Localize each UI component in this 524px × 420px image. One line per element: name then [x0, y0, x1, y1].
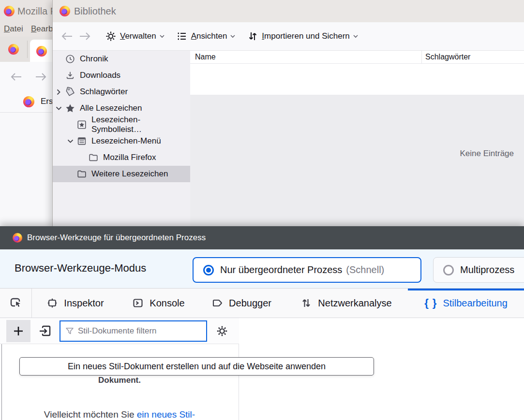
- radio-selected-icon[interactable]: [203, 265, 214, 275]
- forward-icon[interactable]: [35, 71, 47, 83]
- main-menubar: Datei Bearb: [0, 22, 53, 37]
- sidebar-item-label: Schlagwörter: [80, 87, 128, 97]
- column-divider[interactable]: [421, 51, 422, 64]
- tab-separator: [27, 41, 28, 58]
- import-backup-label: Importieren und Sichern: [262, 31, 349, 41]
- menu-list-icon: [76, 135, 88, 147]
- chevron-down-icon[interactable]: [53, 102, 64, 114]
- tab-label: Stilbearbeitung: [443, 298, 507, 309]
- sidebar-item-label: Downloads: [80, 71, 120, 80]
- network-icon: [300, 297, 312, 309]
- style-editor-options-button[interactable]: [212, 321, 232, 341]
- clock-icon: [64, 53, 76, 65]
- sidebar-item-label: Lesezeichen-Symbolleist…: [91, 115, 190, 134]
- pinned-tab-firefox-icon[interactable]: [8, 44, 19, 55]
- library-firefox-icon: [60, 6, 70, 16]
- sidebar-item-mozilla-firefox-folder[interactable]: Mozilla Firefox: [53, 149, 190, 166]
- sidebar-item-alle-lesezeichen[interactable]: Alle Lesezeichen: [53, 100, 190, 116]
- back-icon[interactable]: [10, 71, 22, 83]
- mode-option-parent-process[interactable]: Nur übergeordneter Prozess (Schnell): [193, 257, 421, 283]
- bookmark-list-area: [190, 64, 524, 95]
- firefox-main-window: Mozilla Fi Datei Bearb Erste Sch: [0, 0, 53, 227]
- create-stylesheet-link[interactable]: ein neues Stil-: [137, 409, 195, 420]
- sidebar-item-lesezeichen-menue[interactable]: Lesezeichen-Menü: [53, 133, 190, 149]
- library-body: Chronik Downloads Schlagwörter: [53, 51, 524, 227]
- main-nav-toolbar: [0, 62, 53, 92]
- sidebar-item-weitere-lesezeichen[interactable]: Weitere Lesezeichen: [53, 166, 190, 182]
- toolbox-titlebar[interactable]: Browser-Werkzeuge für übergeordneten Pro…: [0, 226, 524, 249]
- funnel-icon: [65, 327, 74, 335]
- firefox-logo-icon: [4, 6, 15, 16]
- library-sidebar: Chronik Downloads Schlagwörter: [53, 51, 190, 227]
- menu-bearbeiten[interactable]: Bearb: [31, 24, 53, 34]
- tab-netzwerkanalyse[interactable]: Netzwerkanalyse: [284, 289, 408, 318]
- sidebar-item-downloads[interactable]: Downloads: [53, 67, 190, 84]
- new-stylesheet-button[interactable]: [6, 320, 30, 342]
- gear-icon: [216, 325, 228, 337]
- tab-inspektor[interactable]: Inspektor: [32, 289, 119, 318]
- braces-icon: { }: [424, 297, 437, 309]
- chevron-down-icon: [160, 34, 165, 38]
- sidebar-item-symbolleiste[interactable]: Lesezeichen-Symbolleist…: [53, 116, 190, 133]
- tab-label: Konsole: [150, 298, 184, 309]
- manage-label: Verwalten: [120, 31, 156, 41]
- sidebar-item-label: Weitere Lesezeichen: [91, 169, 168, 179]
- tab-stilbearbeitung[interactable]: { } Stilbearbeitung: [408, 289, 524, 318]
- library-back-icon[interactable]: [60, 30, 73, 42]
- import-icon: [38, 324, 52, 338]
- debugger-icon: [211, 297, 223, 309]
- empty-state-text: Vielleicht möchten Sie: [44, 409, 137, 420]
- element-picker-button[interactable]: [0, 289, 32, 318]
- views-label: Ansichten: [191, 31, 227, 41]
- mode-label: Browser-Werkzeuge-Modus: [15, 262, 146, 275]
- sidebar-item-label: Chronik: [80, 54, 108, 64]
- column-header-name[interactable]: Name: [190, 53, 216, 61]
- bookmark-favicon: [23, 96, 34, 107]
- sidebar-item-label: Alle Lesezeichen: [80, 103, 142, 113]
- star-icon: [64, 102, 76, 114]
- bookmark-list-empty-area: Keine Einträge: [190, 95, 524, 227]
- main-window-titlebar: Mozilla Fi: [0, 0, 53, 22]
- tab-debugger[interactable]: Debugger: [198, 289, 284, 318]
- import-backup-button[interactable]: Importieren und Sichern: [247, 30, 358, 42]
- tab-konsole[interactable]: Konsole: [119, 289, 198, 318]
- chevron-down-icon: [353, 34, 358, 38]
- updown-arrows-icon: [247, 30, 258, 42]
- menu-datei[interactable]: Datei: [4, 24, 23, 34]
- mode-option-label: Nur übergeordneter Prozess: [220, 264, 342, 275]
- import-stylesheet-button[interactable]: [35, 321, 55, 341]
- bookmarks-toolbar: Erste Sch: [0, 92, 53, 112]
- views-button[interactable]: Ansichten: [176, 30, 236, 42]
- radio-unselected-icon[interactable]: [443, 265, 454, 275]
- plus-icon: [12, 325, 25, 337]
- tooltip: Ein neues Stil-Dokument erstellen und au…: [19, 357, 374, 376]
- inspector-icon: [46, 297, 58, 309]
- tab-label: Netzwerkanalyse: [318, 298, 391, 309]
- chevron-right-icon[interactable]: [53, 86, 64, 98]
- tag-icon: [64, 86, 76, 98]
- chevron-down-icon[interactable]: [64, 135, 76, 147]
- mode-option-multiprocess[interactable]: Multiprozess: [433, 257, 524, 283]
- chevron-down-icon: [230, 34, 235, 38]
- filter-stylesheets-input[interactable]: [78, 326, 194, 336]
- library-toolbar: Verwalten Ansichten Importieren und Sich…: [53, 22, 524, 51]
- toolbox-firefox-icon: [13, 233, 22, 243]
- column-header-tags[interactable]: Schlagwörter: [425, 53, 470, 61]
- sidebar-item-schlagwoerter[interactable]: Schlagwörter: [53, 84, 190, 100]
- toolbox-title: Browser-Werkzeuge für übergeordneten Pro…: [27, 233, 206, 243]
- library-title: Bibliothek: [74, 6, 116, 17]
- library-titlebar[interactable]: Bibliothek: [53, 0, 524, 22]
- download-icon: [64, 70, 76, 81]
- mode-option-label: Multiprozess: [460, 264, 514, 275]
- tab-label: Inspektor: [64, 298, 104, 309]
- library-main-pane: Name Schlagwörter Keine Einträge: [190, 51, 524, 227]
- sidebar-item-chronik[interactable]: Chronik: [53, 51, 190, 67]
- folder-icon: [76, 168, 88, 180]
- filter-input-container: [60, 320, 207, 342]
- browser-toolbox-window: Browser-Werkzeuge für übergeordneten Pro…: [0, 226, 524, 420]
- manage-button[interactable]: Verwalten: [105, 30, 165, 42]
- style-editor-toolbar: [0, 318, 239, 344]
- library-forward-icon[interactable]: [79, 30, 91, 42]
- tab-favicon: [36, 46, 47, 57]
- gear-icon: [105, 30, 117, 42]
